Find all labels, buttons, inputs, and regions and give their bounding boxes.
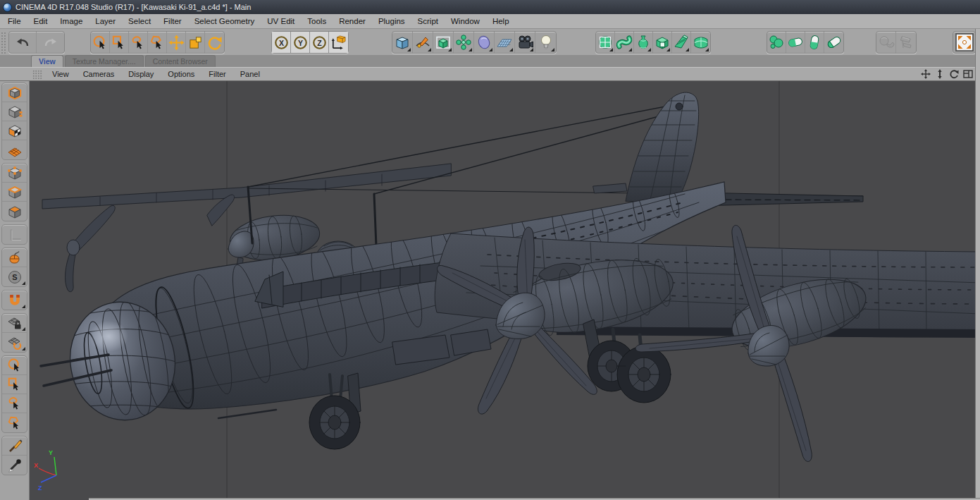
sidebar-group-axis	[1, 224, 27, 245]
camera-icon[interactable]	[515, 32, 535, 53]
snap-settings-icon[interactable]: S	[2, 267, 27, 286]
rectangle-selection-icon[interactable]	[2, 375, 27, 394]
polygons-mode-icon[interactable]	[2, 202, 27, 221]
spline-pen-icon[interactable]	[413, 32, 433, 53]
add-cube-icon[interactable]	[392, 32, 413, 53]
menu-filter[interactable]: Filter	[157, 15, 188, 28]
metaball-blob-icon[interactable]	[767, 32, 786, 53]
planar-workplane-icon[interactable]	[2, 333, 27, 352]
menu-plugins[interactable]: Plugins	[372, 15, 411, 28]
menu-script[interactable]: Script	[411, 15, 445, 28]
lasso-selection-icon[interactable]	[2, 394, 27, 413]
menu-file[interactable]: File	[1, 15, 27, 28]
points-mode-icon[interactable]	[2, 164, 27, 183]
menu-uv-edit[interactable]: UV Edit	[261, 15, 301, 28]
menu-select[interactable]: Select	[122, 15, 157, 28]
cinema4d-logo-icon	[3, 3, 12, 12]
pan-view-icon[interactable]	[920, 68, 931, 79]
tab-texture-manager[interactable]: Texture Manager....	[65, 55, 144, 67]
tab-content-browser[interactable]: Content Browser	[145, 55, 216, 67]
light-icon[interactable]	[535, 32, 556, 53]
menu-image[interactable]: Image	[54, 15, 89, 28]
lasso-selection-icon[interactable]	[129, 32, 148, 53]
move-tool-icon[interactable]	[167, 32, 186, 53]
menu-render[interactable]: Render	[333, 15, 372, 28]
workplane-mode-icon[interactable]	[2, 140, 27, 159]
disabled-tools-group	[876, 31, 917, 54]
vpmenu-view[interactable]: View	[45, 68, 76, 80]
generators-icon[interactable]	[433, 32, 454, 53]
menu-layer[interactable]: Layer	[89, 15, 122, 28]
viewport-nav-icons	[920, 68, 973, 79]
menu-tools[interactable]: Tools	[301, 15, 333, 28]
lathe-icon[interactable]	[634, 32, 653, 53]
metaball-icon[interactable]	[474, 32, 495, 53]
viewport-menu-bar: View Cameras Display Options Filter Pane…	[0, 67, 980, 81]
loft-icon[interactable]	[672, 32, 691, 53]
selection-tools-group	[90, 31, 225, 54]
eyedropper-icon[interactable]	[2, 456, 27, 475]
toolbar-drag-handle[interactable]	[0, 31, 6, 54]
vpmenu-filter[interactable]: Filter	[201, 68, 232, 80]
menu-window[interactable]: Window	[445, 15, 486, 28]
bezier-icon[interactable]	[691, 32, 710, 53]
mode-sidebar: S	[0, 81, 30, 500]
rectangle-selection-icon[interactable]	[110, 32, 129, 53]
sidebar-group-interaction: S	[1, 248, 27, 287]
edges-mode-icon[interactable]	[2, 183, 27, 202]
x-axis-lock-icon[interactable]: X	[272, 32, 291, 53]
toggle-panel-icon[interactable]	[962, 68, 973, 79]
texture-mode-icon[interactable]	[2, 121, 27, 140]
environment-floor-icon[interactable]	[495, 32, 515, 53]
create-objects-group	[392, 31, 557, 54]
undo-icon[interactable]	[9, 32, 37, 53]
polygon-selection-icon[interactable]	[2, 413, 27, 432]
rotate-view-icon[interactable]	[948, 68, 959, 79]
sidebar-group-paint	[1, 436, 27, 475]
menu-select-geometry[interactable]: Select Geometry	[188, 15, 261, 28]
polygon-selection-icon[interactable]	[148, 32, 167, 53]
lock-workplane-icon[interactable]	[2, 314, 27, 333]
boole-intersect-icon[interactable]	[805, 32, 824, 53]
axis-label-x: X	[34, 462, 38, 469]
z-axis-lock-icon[interactable]: Z	[310, 32, 329, 53]
viewport-menu-drag-handle[interactable]	[32, 70, 42, 79]
viewport-solo-icon[interactable]	[2, 248, 27, 267]
boole-subtract-icon[interactable]	[824, 32, 843, 53]
brush-icon[interactable]	[2, 437, 27, 456]
live-selection-icon[interactable]	[91, 32, 110, 53]
array-icon[interactable]	[454, 32, 474, 53]
y-axis-lock-icon[interactable]: Y	[291, 32, 310, 53]
zoom-view-icon[interactable]	[934, 68, 945, 79]
maximize-view-icon[interactable]	[953, 32, 975, 53]
vpmenu-options[interactable]: Options	[161, 68, 201, 80]
tab-view[interactable]: View	[31, 55, 63, 67]
rotate-tool-icon[interactable]	[205, 32, 224, 53]
sweep-icon[interactable]	[615, 32, 634, 53]
subdivision-surface-icon[interactable]	[596, 32, 615, 53]
extrude-icon[interactable]	[653, 32, 672, 53]
redo-icon[interactable]	[37, 32, 64, 53]
scale-tool-icon[interactable]	[186, 32, 205, 53]
coordinate-system-icon[interactable]	[329, 32, 348, 53]
menu-edit[interactable]: Edit	[27, 15, 54, 28]
vpmenu-display[interactable]: Display	[121, 68, 161, 80]
vpmenu-panel[interactable]: Panel	[233, 68, 267, 80]
menu-help[interactable]: Help	[486, 15, 516, 28]
sidebar-group-selection	[1, 355, 27, 433]
enable-snap-icon[interactable]	[2, 291, 27, 310]
boole-union-icon[interactable]	[786, 32, 805, 53]
axis-label-y: Y	[49, 449, 53, 456]
window-right-border[interactable]	[975, 29, 980, 500]
menu-bar: File Edit Image Layer Select Filter Sele…	[0, 14, 980, 29]
vpmenu-cameras[interactable]: Cameras	[76, 68, 122, 80]
model-mode-icon[interactable]	[2, 102, 27, 121]
modeling-generators-group	[595, 31, 711, 54]
sidebar-group-components	[1, 163, 27, 221]
make-editable-icon[interactable]	[2, 83, 27, 102]
sidebar-group-snap	[1, 290, 27, 310]
title-bar: CINEMA 4D R17.048 Studio (R17) - [Kawasa…	[0, 0, 980, 14]
disabled-tool-1-icon	[876, 32, 896, 53]
viewport-canvas[interactable]: Y X Z	[30, 81, 980, 500]
live-selection-icon[interactable]	[2, 356, 27, 375]
